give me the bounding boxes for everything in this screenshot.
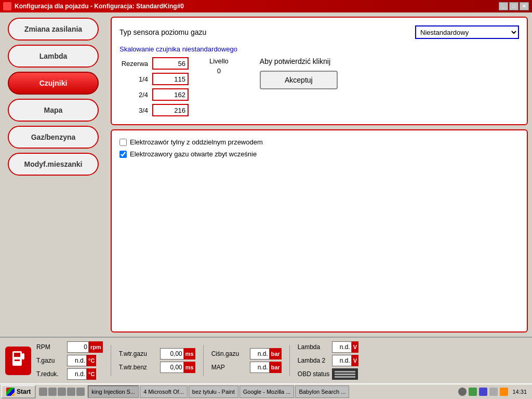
lambda2-label: Lambda 2 <box>298 357 330 364</box>
tgazu-input[interactable] <box>67 355 87 366</box>
field-2-4: 2/4 <box>119 88 189 101</box>
app-icon <box>3 2 11 10</box>
checkbox-elektrozawory-gazu-label: Elektrozawory gazu otwarte zbyt wcześnie <box>130 150 257 158</box>
taskbar-microsoft[interactable]: 4 Microsoft Of... <box>140 385 188 398</box>
lambda-item: Lambda V <box>298 341 358 353</box>
checkbox-elektrozawor-tylny-label: Elektrozawór tylny z oddzielnym przewode… <box>130 138 263 146</box>
tray-icon-4 <box>489 388 498 396</box>
twtr-benz-input[interactable] <box>160 362 184 373</box>
accept-button[interactable]: Akceptuj <box>260 71 338 89</box>
divider-3 <box>289 345 290 376</box>
field-rezerwa-input[interactable]: 56 <box>152 57 189 70</box>
map-item: MAP bar <box>211 362 282 373</box>
map-input[interactable] <box>250 362 270 373</box>
sidebar-item-lambda[interactable]: Lambda <box>8 45 99 68</box>
divider-1 <box>111 345 111 376</box>
taskbar-babylon[interactable]: Babylon Search ... <box>295 385 349 398</box>
obd-label: OBD status <box>298 370 330 378</box>
taskbar-items: king Injection S... 4 Microsoft Of... be… <box>88 385 455 398</box>
cisn-gazu-input[interactable] <box>250 348 270 360</box>
scaling-title: Skalowanie czujnika niestandardowego <box>119 45 519 53</box>
divider-2 <box>203 345 204 376</box>
taskbar-paint[interactable]: bez tytułu - Paint <box>189 385 238 398</box>
gas-icon <box>5 347 31 375</box>
sensor-label: Typ sensora poziomu gazu <box>119 28 410 36</box>
svg-rect-1 <box>14 353 20 357</box>
confirm-text: Aby potwierdzić kliknij <box>260 57 330 65</box>
confirm-col: Aby potwierdzić kliknij Akceptuj <box>260 57 338 116</box>
treduk-value: °C <box>67 368 96 380</box>
map-label: MAP <box>211 364 248 371</box>
livello-label: Livello <box>209 57 229 65</box>
taskbar-king-injection[interactable]: king Injection S... <box>88 385 139 398</box>
livello-value: 0 <box>217 67 221 75</box>
start-button[interactable]: Start <box>1 385 36 398</box>
twtr-gazu-item: T.wtr.gazu ms <box>119 348 195 360</box>
tray-icon-5 <box>500 388 508 396</box>
obd-status-icon <box>332 368 358 380</box>
tgazu-item: T.gazu °C <box>36 355 103 366</box>
fields-col: Rezerwa 56 1/4 2/4 3/4 <box>119 57 189 116</box>
map-value: bar <box>250 362 282 373</box>
sidebar-item-zmiana[interactable]: Zmiana zasilania <box>8 18 99 41</box>
field-rezerwa: Rezerwa 56 <box>119 57 189 70</box>
svg-rect-3 <box>15 360 20 361</box>
windows-icon <box>6 388 15 396</box>
twtr-benz-value: ms <box>160 362 195 373</box>
field-2-4-input[interactable] <box>152 88 189 101</box>
sensor-select[interactable]: Niestandardowy Standardowy <box>415 25 519 39</box>
checkbox-elektrozawory-gazu[interactable] <box>119 151 127 158</box>
tgazu-unit: °C <box>87 355 96 366</box>
twtr-gazu-value: ms <box>160 348 195 360</box>
taskbar-tray: 14:31 <box>456 388 531 396</box>
lambda-input[interactable] <box>332 341 352 353</box>
field-2-4-label: 2/4 <box>119 91 148 99</box>
tray-icon-2 <box>469 388 477 396</box>
sidebar-item-modyf[interactable]: Modyf.mieszanki <box>8 153 99 176</box>
maximize-button[interactable]: □ <box>509 2 518 10</box>
cisn-gazu-item: Ciśn.gazu bar <box>211 348 282 360</box>
lambda2-input[interactable] <box>332 355 352 366</box>
field-3-4: 3/4 <box>119 104 189 116</box>
treduk-label: T.reduk. <box>36 370 65 378</box>
quick-launch-4[interactable] <box>67 388 75 396</box>
status-bar: RPM rpm T.gazu °C T.reduk. °C T.wtr.gazu <box>0 337 532 383</box>
field-3-4-input[interactable] <box>152 104 189 116</box>
quick-launch-1[interactable] <box>39 388 47 396</box>
close-button[interactable]: ✕ <box>520 2 529 10</box>
status-group-mid1: T.wtr.gazu ms T.wtr.benz ms <box>119 348 195 373</box>
treduk-item: T.reduk. °C <box>36 368 103 380</box>
twtr-benz-unit: ms <box>184 362 195 373</box>
checkbox-elektrozawor-tylny[interactable] <box>119 139 127 146</box>
rpm-value: rpm <box>67 341 103 353</box>
taskbar-mozilla[interactable]: Google - Mozilla ... <box>240 385 295 398</box>
twtr-benz-label: T.wtr.benz <box>119 364 158 371</box>
sidebar-item-gaz[interactable]: Gaz/benzyna <box>8 126 99 149</box>
field-1-4-input[interactable] <box>152 73 189 85</box>
content-area: Typ sensora poziomu gazu Niestandardowy … <box>107 12 532 337</box>
treduk-unit: °C <box>87 368 96 380</box>
status-group-right: Lambda V Lambda 2 V OBD status <box>298 341 358 380</box>
cisn-gazu-label: Ciśn.gazu <box>211 350 248 357</box>
lambda-value: V <box>332 341 358 353</box>
field-1-4-label: 1/4 <box>119 75 148 83</box>
minimize-button[interactable]: _ <box>499 2 508 10</box>
window-controls: _ □ ✕ <box>499 2 529 10</box>
checkbox-row-2: Elektrozawory gazu otwarte zbyt wcześnie <box>119 150 519 158</box>
quick-launch-5[interactable] <box>76 388 85 396</box>
rpm-unit: rpm <box>89 341 103 353</box>
bottom-panel: Elektrozawór tylny z oddzielnym przewode… <box>111 129 528 332</box>
twtr-gazu-input[interactable] <box>160 348 184 360</box>
quick-launch-3[interactable] <box>58 388 66 396</box>
sidebar-item-czujniki[interactable]: Czujniki <box>8 72 99 95</box>
tray-time: 14:31 <box>510 389 529 395</box>
title-bar: Konfiguracja dla pojazdu - Konfiguracja:… <box>0 0 532 12</box>
main-area: Zmiana zasilania Lambda Czujniki Mapa Ga… <box>0 12 532 337</box>
field-rezerwa-label: Rezerwa <box>119 60 148 68</box>
quick-launch-2[interactable] <box>48 388 57 396</box>
twtr-gazu-unit: ms <box>184 348 195 360</box>
rpm-input[interactable] <box>67 341 89 353</box>
title-text: Konfiguracja dla pojazdu - Konfiguracja:… <box>15 3 184 10</box>
treduk-input[interactable] <box>67 368 87 380</box>
sidebar-item-mapa[interactable]: Mapa <box>8 99 99 122</box>
